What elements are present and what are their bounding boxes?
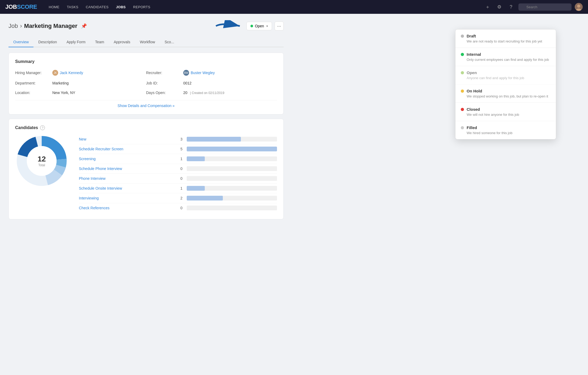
arrow-svg: [215, 20, 244, 32]
recruiter-label: Recruiter:: [146, 71, 183, 75]
candidates-header: Candidates ?: [15, 125, 277, 130]
candidate-count: 0: [177, 167, 182, 171]
candidate-row: Phone Interview 0: [79, 174, 277, 184]
nav-jobs[interactable]: JOBS: [112, 0, 130, 14]
candidate-bar-wrapper: [187, 137, 277, 142]
nav-icons: ＋ ⚙ ?: [483, 3, 583, 11]
days-open-row: Days Open: 20 | Created on 02/11/2019: [146, 90, 277, 96]
candidate-bar: [187, 156, 205, 161]
candidate-bar: [187, 186, 205, 191]
status-dot: [250, 25, 253, 27]
candidate-count: 5: [177, 147, 182, 151]
donut-chart: 12 Total: [15, 134, 68, 188]
dropdown-dot: [461, 53, 464, 56]
candidate-bar: [187, 147, 277, 151]
dropdown-dot: [461, 126, 464, 129]
candidate-stage-list: New 3 Schedule Recruiter Screen 5 Screen…: [79, 134, 277, 213]
tab-bar: Overview Description Apply Form Team App…: [8, 37, 284, 47]
hiring-manager-value[interactable]: JK Jack Kennedy: [52, 70, 83, 76]
add-icon[interactable]: ＋: [483, 3, 492, 11]
nav-candidates[interactable]: CANDIDATES: [82, 0, 112, 14]
candidate-bar-wrapper: [187, 147, 277, 151]
search-input[interactable]: [518, 3, 572, 11]
dropdown-desc: We hired someone for this job: [461, 131, 551, 135]
candidate-count: 3: [177, 137, 182, 141]
job-id-value: 0012: [183, 81, 191, 85]
candidate-bar-wrapper: [187, 166, 277, 171]
candidate-stage-label[interactable]: Phone Interview: [79, 176, 177, 181]
days-open-value: 20 | Created on 02/11/2019: [183, 91, 224, 95]
department-row: Department: Marketing: [15, 80, 146, 86]
candidate-row: Schedule Phone Interview 0: [79, 164, 277, 174]
dropdown-item-draft[interactable]: Draft We are not ready to start recruiti…: [455, 29, 556, 48]
tab-description[interactable]: Description: [33, 37, 62, 47]
candidate-count: 0: [177, 206, 182, 210]
candidate-row: Check References 0: [79, 203, 277, 213]
dropdown-item-closed[interactable]: Closed We will not hire anyone for this …: [455, 103, 556, 121]
recruiter-value[interactable]: BW Buster Wegley: [183, 70, 215, 76]
dropdown-desc: We are not ready to start recruiting for…: [461, 39, 551, 43]
recruiter-row: Recruiter: BW Buster Wegley: [146, 69, 277, 77]
candidate-stage-label[interactable]: Schedule Phone Interview: [79, 167, 177, 171]
breadcrumb-separator: ›: [20, 23, 22, 29]
candidate-stage-label[interactable]: Schedule Onsite Interview: [79, 186, 177, 190]
candidate-count: 1: [177, 186, 182, 190]
candidate-bar-wrapper: [187, 206, 277, 210]
candidate-stage-label[interactable]: Schedule Recruiter Screen: [79, 147, 177, 151]
job-id-label: Job ID:: [146, 81, 183, 85]
tab-team[interactable]: Team: [90, 37, 109, 47]
header-actions: Open ▾ ···: [215, 20, 284, 32]
dropdown-desc: Only current employees can find and appl…: [461, 58, 551, 62]
dropdown-item-on-hold[interactable]: On Hold We stopped working on this job, …: [455, 84, 556, 103]
breadcrumb: Job › Marketing Manager 📌: [8, 23, 87, 29]
nav-tasks[interactable]: TASKS: [63, 0, 82, 14]
dropdown-item-header: Open: [461, 70, 551, 75]
donut-number: 12: [37, 155, 46, 163]
tab-overview[interactable]: Overview: [8, 37, 33, 47]
summary-grid: Hiring Manager: JK Jack Kennedy Recruite…: [15, 69, 277, 96]
dropdown-label: Closed: [467, 107, 480, 112]
page-header: Job › Marketing Manager 📌 Open: [8, 20, 284, 32]
brand-logo[interactable]: JOBSCORE: [5, 3, 37, 10]
jack-avatar: JK: [52, 70, 58, 76]
settings-icon[interactable]: ⚙: [495, 3, 504, 11]
svg-point-1: [577, 5, 580, 8]
tab-workflow[interactable]: Workflow: [135, 37, 160, 47]
dropdown-label: Draft: [467, 34, 476, 38]
location-value: New York, NY: [52, 91, 75, 95]
department-value: Marketing: [52, 81, 69, 85]
summary-title: Summary: [15, 59, 277, 64]
candidate-stage-label[interactable]: Screening: [79, 157, 177, 161]
candidate-stage-label[interactable]: Interviewing: [79, 196, 177, 200]
tab-approvals[interactable]: Approvals: [109, 37, 135, 47]
tab-apply-form[interactable]: Apply Form: [62, 37, 90, 47]
candidates-help-icon[interactable]: ?: [40, 125, 45, 130]
dropdown-item-filled[interactable]: Filled We hired someone for this job: [455, 121, 556, 139]
candidate-count: 0: [177, 176, 182, 181]
nav-home[interactable]: HOME: [45, 0, 63, 14]
dropdown-dot: [461, 90, 464, 93]
candidate-stage-label[interactable]: New: [79, 137, 177, 141]
avatar[interactable]: [575, 3, 583, 11]
location-label: Location:: [15, 91, 52, 95]
tab-sco[interactable]: Sco...: [160, 37, 179, 47]
donut-center: 12 Total: [37, 155, 46, 167]
candidate-stage-label[interactable]: Check References: [79, 206, 177, 210]
status-button[interactable]: Open ▾: [246, 22, 272, 30]
candidate-row: Interviewing 2: [79, 193, 277, 203]
dropdown-desc: We stopped working on this job, but plan…: [461, 94, 551, 98]
candidate-row: Screening 1: [79, 154, 277, 164]
nav-links: HOME TASKS CANDIDATES JOBS REPORTS: [45, 0, 264, 14]
help-icon[interactable]: ?: [507, 3, 515, 11]
dropdown-label: Filled: [467, 125, 477, 130]
nav-reports[interactable]: REPORTS: [129, 0, 154, 14]
dropdown-item-header: Filled: [461, 125, 551, 130]
candidates-title: Candidates: [15, 125, 38, 130]
show-details-link[interactable]: Show Details and Compensation »: [15, 100, 277, 108]
dropdown-item-internal[interactable]: Internal Only current employees can find…: [455, 48, 556, 66]
dropdown-desc: Anyone can find and apply for this job: [461, 76, 551, 80]
more-button[interactable]: ···: [275, 22, 284, 31]
location-row: Location: New York, NY: [15, 90, 146, 96]
dropdown-dot: [461, 108, 464, 111]
pin-icon[interactable]: 📌: [81, 23, 87, 29]
